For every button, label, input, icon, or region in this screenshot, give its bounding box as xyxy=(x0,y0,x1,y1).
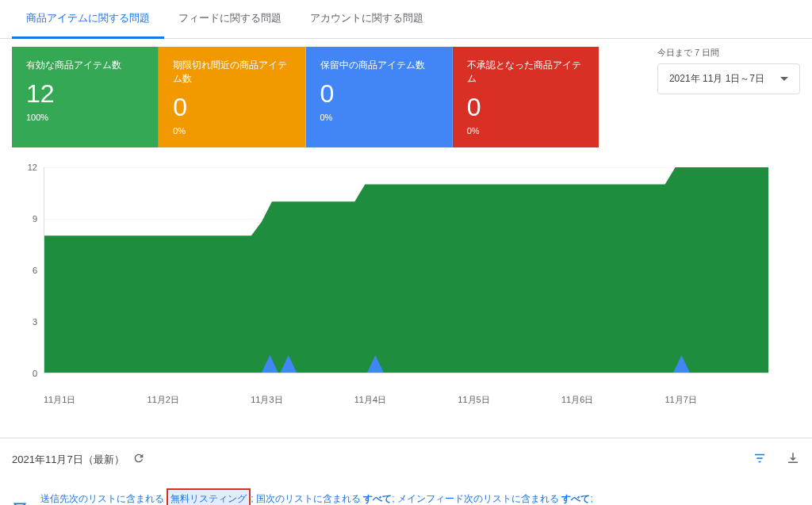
caret-down-icon xyxy=(780,77,788,81)
y-tick: 6 xyxy=(33,266,37,275)
date-range-picker[interactable]: 2021年 11月 1日～7日 xyxy=(657,63,800,94)
toolbar: 2021年11月7日（最新） xyxy=(0,438,812,480)
card-title: 保留中の商品アイテム数 xyxy=(320,59,438,72)
x-tick: 11月7日 xyxy=(665,394,768,406)
filter-summary: 送信先次のリストに含まれる 無料リスティング; 国次のリストに含まれる すべて;… xyxy=(40,488,776,505)
card-expiring-items[interactable]: 期限切れ間近の商品アイテム数 0 0% xyxy=(159,47,305,147)
tab-account-issues[interactable]: アカウントに関する問題 xyxy=(296,0,438,38)
card-pct: 0% xyxy=(173,126,290,136)
selected-date: 2021年11月7日（最新） xyxy=(12,453,124,467)
card-title: 期限切れ間近の商品アイテム数 xyxy=(173,59,290,86)
x-tick: 11月6日 xyxy=(561,394,665,406)
x-tick: 11月3日 xyxy=(251,394,354,406)
area-chart-svg xyxy=(44,167,768,373)
card-value: 0 xyxy=(320,80,438,108)
chart-area: 12 9 6 3 0 xyxy=(12,167,800,389)
card-pct: 0% xyxy=(467,126,584,136)
filter-icon[interactable] xyxy=(753,451,767,468)
y-tick: 0 xyxy=(33,369,37,378)
chart-plot[interactable] xyxy=(44,167,768,373)
card-value: 0 xyxy=(173,94,290,121)
x-axis: 11月1日 11月2日 11月3日 11月4日 11月5日 11月6日 11月7… xyxy=(12,394,800,406)
y-tick: 9 xyxy=(33,214,37,224)
refresh-icon[interactable] xyxy=(132,452,145,467)
card-pct: 100% xyxy=(26,113,144,122)
funnel-icon[interactable] xyxy=(12,501,28,505)
card-pending-items[interactable]: 保留中の商品アイテム数 0 0% xyxy=(306,47,453,147)
x-tick: 11月1日 xyxy=(44,394,147,406)
card-value: 12 xyxy=(26,80,144,108)
card-disapproved-items[interactable]: 不承認となった商品アイテム 0 0% xyxy=(453,47,599,147)
x-tick: 11月2日 xyxy=(147,394,251,406)
download-icon[interactable] xyxy=(786,451,800,468)
date-range-value: 2021年 11月 1日～7日 xyxy=(669,72,764,86)
card-title: 不承認となった商品アイテム xyxy=(467,59,584,86)
x-tick: 11月5日 xyxy=(458,394,561,406)
highlighted-free-listing[interactable]: 無料リスティング xyxy=(167,488,251,505)
filter-bar: 送信先次のリストに含まれる 無料リスティング; 国次のリストに含まれる すべて;… xyxy=(0,480,812,505)
card-value: 0 xyxy=(467,94,584,121)
card-title: 有効な商品アイテム数 xyxy=(26,59,144,72)
close-icon[interactable]: ✕ xyxy=(788,502,800,505)
card-pct: 0% xyxy=(320,113,438,122)
tab-feed-issues[interactable]: フィードに関する問題 xyxy=(164,0,296,38)
date-range-label: 今日まで 7 日間 xyxy=(657,47,800,59)
y-tick: 12 xyxy=(28,163,37,172)
x-tick: 11月4日 xyxy=(354,394,458,406)
status-cards: 有効な商品アイテム数 12 100% 期限切れ間近の商品アイテム数 0 0% 保… xyxy=(12,47,599,147)
card-active-items[interactable]: 有効な商品アイテム数 12 100% xyxy=(12,47,159,147)
tabs-bar: 商品アイテムに関する問題 フィードに関する問題 アカウントに関する問題 xyxy=(0,0,812,39)
y-tick: 3 xyxy=(33,317,37,327)
y-axis: 12 9 6 3 0 xyxy=(12,167,44,373)
tab-item-issues[interactable]: 商品アイテムに関する問題 xyxy=(12,0,164,39)
